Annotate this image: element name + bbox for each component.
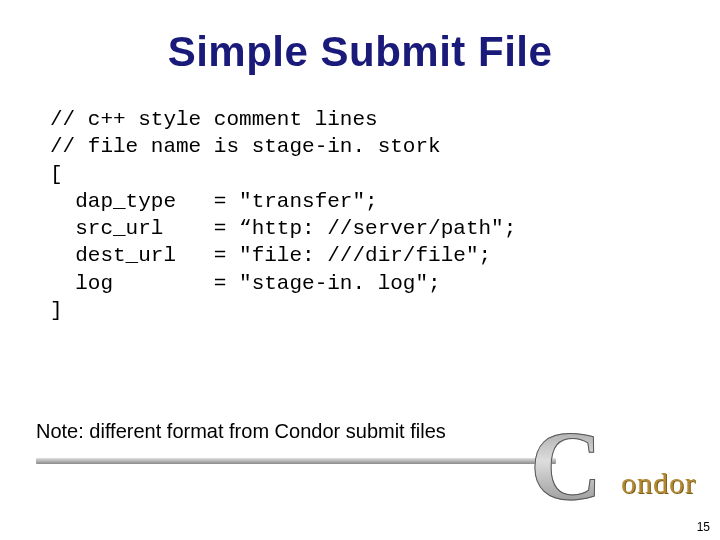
- code-row-val: = "stage-in. log";: [214, 272, 441, 295]
- code-row-key: dap_type: [50, 190, 176, 213]
- footnote: Note: different format from Condor submi…: [36, 420, 446, 443]
- logo-letter-c: C: [530, 416, 602, 516]
- page-number: 15: [697, 520, 710, 534]
- logo-text: ondor: [621, 466, 696, 500]
- code-row-val: = “http: //server/path";: [214, 217, 516, 240]
- slide-title: Simple Submit File: [0, 28, 720, 76]
- code-row-key: src_url: [50, 217, 163, 240]
- code-comment-2: // file name is stage-in. stork: [50, 135, 441, 158]
- code-row-val: = "file: ///dir/file";: [214, 244, 491, 267]
- code-open-bracket: [: [50, 163, 63, 186]
- code-row-key: dest_url: [50, 244, 176, 267]
- code-row-key: log: [50, 272, 113, 295]
- condor-logo: C ondor: [536, 420, 696, 510]
- horizontal-rule: [36, 458, 556, 464]
- code-close-bracket: ]: [50, 299, 63, 322]
- code-comment-1: // c++ style comment lines: [50, 108, 378, 131]
- code-row-val: = "transfer";: [214, 190, 378, 213]
- code-block: // c++ style comment lines // file name …: [50, 106, 720, 324]
